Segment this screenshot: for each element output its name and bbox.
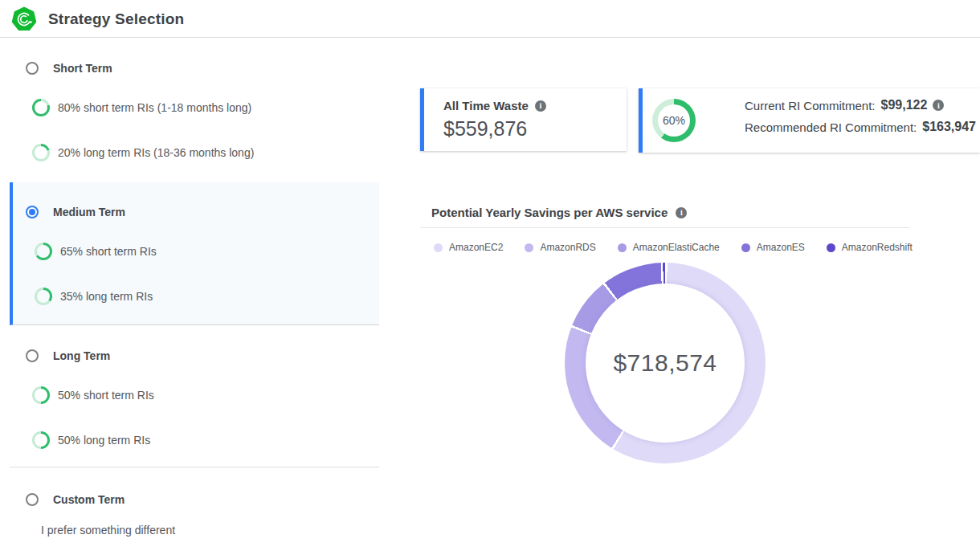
legend-dot [618, 243, 627, 252]
option-short-term[interactable]: Short Term [26, 62, 112, 75]
radio-medium-term-selected[interactable] [26, 206, 39, 218]
recommended-ri-commitment-label: Recommended RI Commitment: [745, 120, 917, 134]
savings-donut-chart: $718,574 [565, 263, 766, 463]
sub-label: 50% short term RIs [58, 389, 154, 402]
gauge-percent-label: 60% [652, 99, 696, 142]
current-ri-commitment-row: Current RI Commitment: $99,122 i [745, 98, 980, 112]
legend-item-amazonrds[interactable]: AmazonRDS [525, 242, 595, 253]
short-term-sub-80: 80% short term RIs (1-18 months long) [32, 99, 251, 116]
medium-term-sub-65: 65% short term RIs [35, 243, 157, 260]
recommended-ri-commitment-row: Recommended RI Commitment: $163,947 i [745, 120, 980, 134]
savings-chart-header: Potential Yearly Savings per AWS service… [431, 206, 687, 219]
donut-total-value: $718,574 [565, 263, 766, 463]
info-icon[interactable]: i [933, 100, 944, 111]
option-label: Short Term [53, 62, 112, 75]
legend-item-amazonredshift[interactable]: AmazonRedshift [827, 242, 913, 253]
legend-label: AmazonRedshift [842, 242, 913, 253]
all-time-waste-value: $559,876 [443, 117, 627, 141]
option-medium-term[interactable]: Medium Term [26, 206, 125, 218]
info-icon[interactable]: i [535, 100, 546, 112]
legend-item-amazonelasticache[interactable]: AmazonElastiCache [618, 242, 720, 253]
long-term-sub-50b: 50% long term RIs [32, 431, 150, 449]
ri-commitment-card: 60% Current RI Commitment: $99,122 i Rec… [639, 88, 980, 153]
legend-item-amazonec2[interactable]: AmazonEC2 [434, 242, 503, 253]
custom-term-description: I prefer something different [41, 524, 175, 537]
legend-dot [434, 243, 443, 252]
legend-item-amazones[interactable]: AmazonES [741, 242, 805, 253]
option-label: Custom Term [53, 493, 125, 506]
sidebar-divider [10, 467, 379, 467]
legend-dot [525, 243, 533, 252]
percent-ring-80 [32, 99, 50, 116]
medium-term-sub-35: 35% long term RIs [35, 288, 153, 305]
sub-label: 65% short term RIs [60, 245, 157, 258]
page-title: Strategy Selection [48, 10, 184, 28]
percent-ring-35 [35, 288, 52, 305]
short-term-sub-20: 20% long term RIs (18-36 months long) [32, 144, 254, 161]
percent-ring-20 [32, 144, 50, 161]
radio-short-term[interactable] [26, 62, 39, 75]
sub-label: 20% long term RIs (18-36 months long) [58, 146, 254, 159]
page-header: Strategy Selection [0, 0, 980, 38]
recommended-ri-commitment-value: $163,947 [922, 120, 976, 134]
ri-utilization-gauge: 60% [652, 99, 696, 142]
eco-logo-icon [11, 6, 37, 32]
legend-dot [827, 243, 835, 252]
radio-custom-term[interactable] [26, 493, 39, 506]
option-custom-term[interactable]: Custom Term [26, 493, 125, 506]
legend-label: AmazonElastiCache [633, 242, 720, 253]
chart-divider [420, 227, 910, 228]
percent-ring-65 [35, 243, 52, 260]
percent-ring-50 [32, 431, 50, 449]
savings-chart-title: Potential Yearly Savings per AWS service [431, 206, 668, 219]
legend-label: AmazonES [757, 242, 805, 253]
legend-label: AmazonEC2 [449, 242, 503, 253]
all-time-waste-card: All Time Waste i $559,876 [420, 88, 627, 151]
option-label: Medium Term [53, 206, 125, 218]
option-label: Long Term [53, 349, 110, 362]
sub-label: 80% short term RIs (1-18 months long) [58, 101, 251, 114]
current-ri-commitment-value: $99,122 [881, 98, 928, 112]
all-time-waste-title: All Time Waste [443, 99, 529, 112]
info-icon[interactable]: i [676, 207, 687, 218]
sub-label: 50% long term RIs [58, 434, 150, 447]
percent-ring-50 [32, 386, 50, 404]
radio-long-term[interactable] [26, 349, 39, 362]
current-ri-commitment-label: Current RI Commitment: [745, 99, 876, 112]
sub-label: 35% long term RIs [60, 290, 153, 303]
chart-legend: AmazonEC2 AmazonRDS AmazonElastiCache Am… [434, 242, 884, 253]
option-long-term[interactable]: Long Term [26, 349, 110, 362]
legend-dot [741, 243, 750, 252]
long-term-sub-50a: 50% short term RIs [32, 386, 154, 404]
legend-label: AmazonRDS [540, 242, 595, 253]
